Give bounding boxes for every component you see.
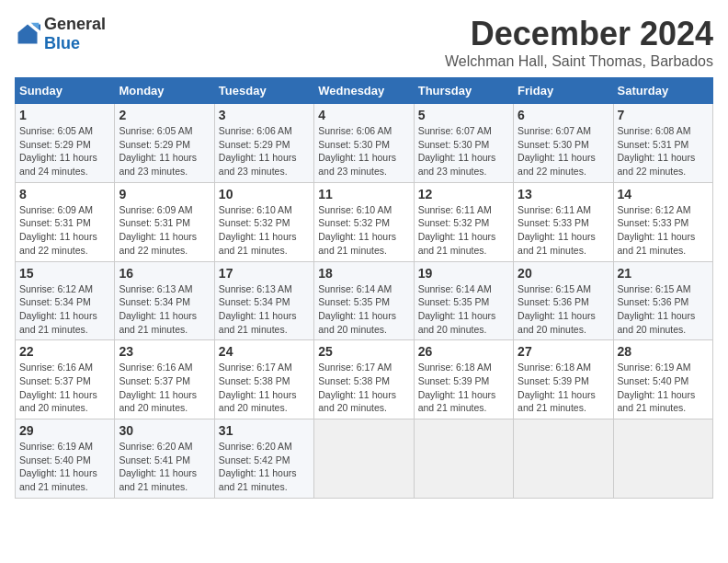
calendar-day: 4Sunrise: 6:06 AM Sunset: 5:30 PM Daylig…: [314, 104, 414, 183]
weekday-header-wednesday: Wednesday: [314, 78, 414, 104]
calendar-subtitle: Welchman Hall, Saint Thomas, Barbados: [445, 53, 713, 70]
day-info: Sunrise: 6:16 AM Sunset: 5:37 PM Dayligh…: [19, 361, 110, 415]
day-info: Sunrise: 6:06 AM Sunset: 5:29 PM Dayligh…: [219, 124, 310, 178]
day-number: 10: [219, 187, 310, 201]
calendar-day: 18Sunrise: 6:14 AM Sunset: 5:35 PM Dayli…: [314, 261, 414, 340]
day-number: 11: [318, 187, 409, 201]
calendar-week-3: 15Sunrise: 6:12 AM Sunset: 5:34 PM Dayli…: [16, 261, 713, 340]
logo-text: General Blue: [44, 15, 106, 53]
day-info: Sunrise: 6:15 AM Sunset: 5:36 PM Dayligh…: [518, 282, 609, 337]
calendar-day: [613, 419, 712, 499]
day-info: Sunrise: 6:05 AM Sunset: 5:29 PM Dayligh…: [19, 124, 110, 178]
calendar-title: December 2024: [445, 15, 713, 53]
calendar-week-4: 22Sunrise: 6:16 AM Sunset: 5:37 PM Dayli…: [16, 340, 713, 419]
day-info: Sunrise: 6:19 AM Sunset: 5:40 PM Dayligh…: [618, 361, 709, 415]
day-info: Sunrise: 6:18 AM Sunset: 5:39 PM Dayligh…: [418, 361, 509, 415]
calendar-day: 26Sunrise: 6:18 AM Sunset: 5:39 PM Dayli…: [414, 340, 513, 419]
day-number: 25: [318, 344, 409, 359]
calendar-day: 22Sunrise: 6:16 AM Sunset: 5:37 PM Dayli…: [16, 340, 115, 419]
day-info: Sunrise: 6:20 AM Sunset: 5:42 PM Dayligh…: [219, 440, 310, 494]
day-number: 26: [418, 344, 509, 359]
day-info: Sunrise: 6:17 AM Sunset: 5:38 PM Dayligh…: [318, 361, 409, 415]
day-number: 31: [219, 423, 310, 438]
day-info: Sunrise: 6:20 AM Sunset: 5:41 PM Dayligh…: [119, 440, 210, 494]
calendar-day: 12Sunrise: 6:11 AM Sunset: 5:32 PM Dayli…: [414, 182, 513, 261]
day-number: 30: [119, 423, 210, 438]
day-number: 28: [618, 344, 709, 359]
calendar-week-5: 29Sunrise: 6:19 AM Sunset: 5:40 PM Dayli…: [16, 419, 713, 499]
day-number: 21: [618, 266, 709, 281]
day-info: Sunrise: 6:10 AM Sunset: 5:32 PM Dayligh…: [219, 203, 310, 258]
calendar-day: [414, 419, 513, 499]
day-number: 15: [19, 266, 110, 281]
day-number: 16: [119, 266, 210, 281]
calendar-day: 31Sunrise: 6:20 AM Sunset: 5:42 PM Dayli…: [214, 419, 313, 499]
day-info: Sunrise: 6:13 AM Sunset: 5:34 PM Dayligh…: [219, 282, 310, 337]
day-number: 9: [119, 187, 210, 201]
day-info: Sunrise: 6:16 AM Sunset: 5:37 PM Dayligh…: [119, 361, 210, 415]
day-info: Sunrise: 6:08 AM Sunset: 5:31 PM Dayligh…: [618, 124, 709, 178]
calendar-day: 9Sunrise: 6:09 AM Sunset: 5:31 PM Daylig…: [115, 182, 214, 261]
calendar-day: 14Sunrise: 6:12 AM Sunset: 5:33 PM Dayli…: [613, 182, 712, 261]
day-number: 29: [19, 423, 110, 438]
weekday-header-thursday: Thursday: [414, 78, 513, 104]
calendar-day: 20Sunrise: 6:15 AM Sunset: 5:36 PM Dayli…: [514, 261, 613, 340]
day-number: 27: [518, 344, 609, 359]
weekday-header-monday: Monday: [115, 78, 214, 104]
page-header: General Blue December 2024 Welchman Hall…: [15, 15, 713, 70]
day-number: 12: [418, 187, 509, 201]
day-info: Sunrise: 6:07 AM Sunset: 5:30 PM Dayligh…: [418, 124, 509, 178]
day-info: Sunrise: 6:13 AM Sunset: 5:34 PM Dayligh…: [119, 282, 210, 337]
calendar-day: [314, 419, 414, 499]
weekday-header-sunday: Sunday: [16, 78, 115, 104]
day-info: Sunrise: 6:19 AM Sunset: 5:40 PM Dayligh…: [19, 440, 110, 494]
calendar-day: 2Sunrise: 6:05 AM Sunset: 5:29 PM Daylig…: [115, 104, 214, 183]
day-number: 4: [318, 108, 409, 122]
day-number: 18: [318, 266, 409, 281]
day-number: 13: [518, 187, 609, 201]
day-info: Sunrise: 6:11 AM Sunset: 5:33 PM Dayligh…: [518, 203, 609, 258]
day-info: Sunrise: 6:18 AM Sunset: 5:39 PM Dayligh…: [518, 361, 609, 415]
day-info: Sunrise: 6:10 AM Sunset: 5:32 PM Dayligh…: [318, 203, 409, 258]
day-number: 17: [219, 266, 310, 281]
day-number: 20: [518, 266, 609, 281]
calendar-day: 13Sunrise: 6:11 AM Sunset: 5:33 PM Dayli…: [514, 182, 613, 261]
day-info: Sunrise: 6:15 AM Sunset: 5:36 PM Dayligh…: [618, 282, 709, 337]
calendar-day: 5Sunrise: 6:07 AM Sunset: 5:30 PM Daylig…: [414, 104, 513, 183]
day-number: 6: [518, 108, 609, 122]
calendar-day: 28Sunrise: 6:19 AM Sunset: 5:40 PM Dayli…: [613, 340, 712, 419]
day-info: Sunrise: 6:14 AM Sunset: 5:35 PM Dayligh…: [318, 282, 409, 337]
day-number: 23: [119, 344, 210, 359]
calendar-day: 11Sunrise: 6:10 AM Sunset: 5:32 PM Dayli…: [314, 182, 414, 261]
day-number: 5: [418, 108, 509, 122]
calendar-day: 15Sunrise: 6:12 AM Sunset: 5:34 PM Dayli…: [16, 261, 115, 340]
calendar-day: 19Sunrise: 6:14 AM Sunset: 5:35 PM Dayli…: [414, 261, 513, 340]
calendar-table: SundayMondayTuesdayWednesdayThursdayFrid…: [15, 77, 713, 499]
calendar-body: 1Sunrise: 6:05 AM Sunset: 5:29 PM Daylig…: [16, 104, 713, 499]
day-info: Sunrise: 6:12 AM Sunset: 5:33 PM Dayligh…: [618, 203, 709, 258]
weekday-header-saturday: Saturday: [613, 78, 712, 104]
logo-general: General: [44, 15, 106, 33]
day-info: Sunrise: 6:09 AM Sunset: 5:31 PM Dayligh…: [19, 203, 110, 258]
day-number: 7: [618, 108, 709, 122]
day-number: 24: [219, 344, 310, 359]
calendar-day: 10Sunrise: 6:10 AM Sunset: 5:32 PM Dayli…: [214, 182, 313, 261]
calendar-day: 30Sunrise: 6:20 AM Sunset: 5:41 PM Dayli…: [115, 419, 214, 499]
calendar-day: 16Sunrise: 6:13 AM Sunset: 5:34 PM Dayli…: [115, 261, 214, 340]
day-number: 14: [618, 187, 709, 201]
calendar-day: 1Sunrise: 6:05 AM Sunset: 5:29 PM Daylig…: [16, 104, 115, 183]
calendar-day: 7Sunrise: 6:08 AM Sunset: 5:31 PM Daylig…: [613, 104, 712, 183]
calendar-week-2: 8Sunrise: 6:09 AM Sunset: 5:31 PM Daylig…: [16, 182, 713, 261]
svg-marker-0: [18, 25, 38, 44]
day-number: 22: [19, 344, 110, 359]
calendar-day: 29Sunrise: 6:19 AM Sunset: 5:40 PM Dayli…: [16, 419, 115, 499]
calendar-day: 6Sunrise: 6:07 AM Sunset: 5:30 PM Daylig…: [514, 104, 613, 183]
calendar-day: 27Sunrise: 6:18 AM Sunset: 5:39 PM Dayli…: [514, 340, 613, 419]
calendar-header: SundayMondayTuesdayWednesdayThursdayFrid…: [16, 78, 713, 104]
calendar-week-1: 1Sunrise: 6:05 AM Sunset: 5:29 PM Daylig…: [16, 104, 713, 183]
calendar-day: 23Sunrise: 6:16 AM Sunset: 5:37 PM Dayli…: [115, 340, 214, 419]
calendar-day: 3Sunrise: 6:06 AM Sunset: 5:29 PM Daylig…: [214, 104, 313, 183]
title-section: December 2024 Welchman Hall, Saint Thoma…: [445, 15, 713, 70]
calendar-day: 8Sunrise: 6:09 AM Sunset: 5:31 PM Daylig…: [16, 182, 115, 261]
day-number: 8: [19, 187, 110, 201]
